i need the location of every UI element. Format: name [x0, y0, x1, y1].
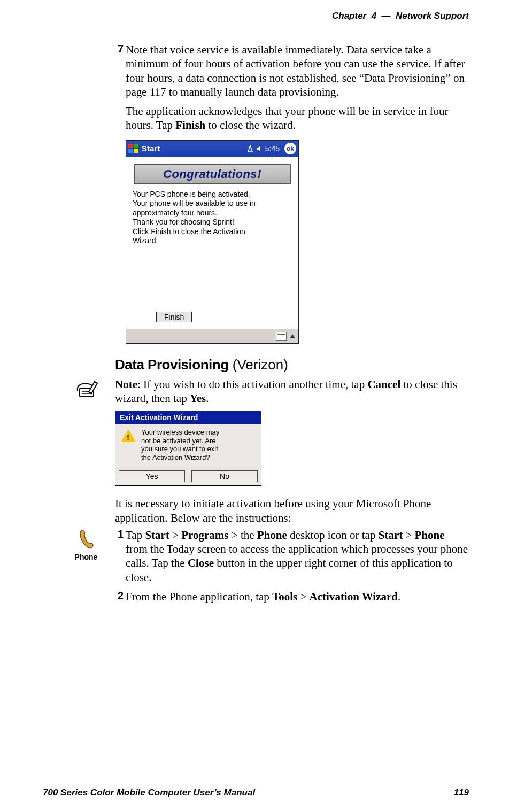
note-label: Note	[115, 378, 137, 391]
txt: > the	[229, 529, 257, 542]
step-2-text: From the Phone application, tap Tools > …	[126, 590, 469, 604]
ppc-msg-line: Thank you for choosing Sprint!	[133, 218, 292, 227]
ppc-msg-line: approximately four hours.	[133, 208, 292, 218]
dialog-body: Your wireless device may not be activate…	[115, 424, 261, 467]
yes-button[interactable]: Yes	[119, 470, 185, 482]
dialog-buttons: Yes No	[115, 467, 261, 485]
dialog-msg-line: not be activated yet. Are	[141, 437, 219, 445]
phone-icon	[77, 528, 95, 552]
dialog-msg-line: Your wireless device may	[141, 428, 219, 437]
manual-title: 700 Series Color Mobile Computer User’s …	[43, 787, 255, 798]
txt: desktop icon or tap	[287, 529, 379, 542]
note-icon	[75, 378, 101, 400]
svg-rect-1	[134, 144, 138, 148]
txt: >	[297, 590, 309, 603]
intro-paragraph: It is necessary to initiate activation b…	[115, 497, 469, 525]
section-title-bold: Data Provisioning	[115, 357, 229, 373]
ppc-msg-line: Wizard.	[133, 236, 292, 246]
section-heading: Data Provisioning (Verizon)	[115, 357, 469, 373]
start-keyword: Start	[145, 529, 169, 542]
page-number: 119	[454, 787, 469, 798]
speaker-icon	[256, 145, 263, 152]
running-header: Chapter 4 — Network Support	[43, 11, 469, 21]
note-block: Note: If you wish to do this activation …	[115, 377, 469, 406]
dialog-msg-line: you sure you want to exit	[141, 445, 219, 453]
yes-keyword: Yes	[190, 392, 206, 405]
txt: >	[403, 529, 414, 542]
finish-button[interactable]: Finish	[156, 312, 192, 322]
step-7: 7 Note that voice service is available i…	[115, 43, 469, 133]
ppc-msg-line: Your PCS phone is being activated.	[133, 190, 292, 199]
step-1-text: Tap Start > Programs > the Phone desktop…	[126, 528, 469, 584]
dialog-message: Your wireless device may not be activate…	[141, 428, 219, 461]
txt: .	[398, 590, 400, 603]
phone-keyword-2: Phone	[415, 529, 445, 542]
ppc-msg-line: Your phone will be available to use in	[133, 199, 292, 208]
step-number: 1	[113, 528, 124, 540]
chapter-title: Network Support	[396, 11, 469, 21]
close-keyword: Close	[188, 556, 214, 569]
dialog-msg-line: the Activation Wizard?	[141, 453, 219, 462]
connectivity-icon	[247, 145, 253, 152]
input-panel-caret-icon[interactable]	[290, 334, 295, 338]
phone-label: Phone	[75, 553, 98, 561]
dialog-title: Exit Activation Wizard	[115, 411, 261, 424]
step-number: 2	[113, 590, 124, 602]
note-text-c: .	[206, 392, 209, 405]
svg-rect-2	[128, 149, 133, 153]
step-number: 7	[113, 43, 124, 55]
ppc-message: Your PCS phone is being activated. Your …	[130, 190, 294, 246]
ppc-msg-line: Click Finish to close the Activation	[133, 227, 292, 237]
txt: From the Phone application, tap	[126, 590, 272, 603]
note-margin-icon	[72, 378, 104, 402]
finish-keyword: Finish	[175, 119, 205, 132]
activation-wizard-keyword: Activation Wizard	[310, 590, 398, 603]
start-keyword-2: Start	[379, 529, 403, 542]
txt: Tap	[126, 529, 145, 542]
warning-icon	[121, 428, 136, 443]
step-7-para2-c: to close the wizard.	[205, 119, 296, 132]
windows-flag-icon	[128, 144, 139, 153]
step-7-para2: The application acknowledges that your p…	[126, 104, 469, 133]
congratulations-banner: Congratulations!	[134, 164, 291, 184]
step-7-para1: Note that voice service is available imm…	[126, 43, 469, 99]
ppc-clock: 5:45	[265, 144, 280, 153]
section-title-light: (Verizon)	[229, 357, 288, 373]
note-text-a: : If you wish to do this activation anot…	[137, 378, 367, 391]
ppc-taskbar: Start 5:45 ok	[126, 141, 298, 157]
ppc-status-icons: 5:45 ok	[247, 143, 296, 154]
step-2: 2 From the Phone application, tap Tools …	[115, 590, 469, 604]
tools-keyword: Tools	[272, 590, 297, 603]
programs-keyword: Programs	[181, 529, 228, 542]
step-1: Phone 1 Tap Start > Programs > the Phone…	[115, 528, 469, 584]
phone-keyword: Phone	[257, 529, 287, 542]
svg-rect-3	[134, 149, 138, 153]
header-separator: —	[382, 11, 391, 21]
note-text: Note: If you wish to do this activation …	[115, 377, 469, 406]
ppc-body: Congratulations! Your PCS phone is being…	[126, 157, 298, 329]
exit-activation-dialog: Exit Activation Wizard Your wireless dev…	[115, 411, 261, 486]
chapter-number: 4	[372, 11, 376, 21]
cancel-keyword: Cancel	[367, 378, 400, 391]
ok-button[interactable]: ok	[284, 143, 296, 154]
pocketpc-screenshot: Start 5:45 ok Congratulations! Your PCS …	[126, 140, 299, 344]
txt: >	[169, 529, 181, 542]
page-footer: 700 Series Color Mobile Computer User’s …	[43, 787, 469, 798]
chapter-label: Chapter	[332, 11, 366, 21]
svg-rect-0	[128, 144, 133, 148]
keyboard-icon[interactable]	[276, 332, 287, 341]
ppc-bottom-bar	[126, 329, 298, 343]
start-label: Start	[142, 144, 160, 153]
phone-margin-icon: Phone	[67, 528, 105, 561]
no-button[interactable]: No	[191, 470, 258, 482]
